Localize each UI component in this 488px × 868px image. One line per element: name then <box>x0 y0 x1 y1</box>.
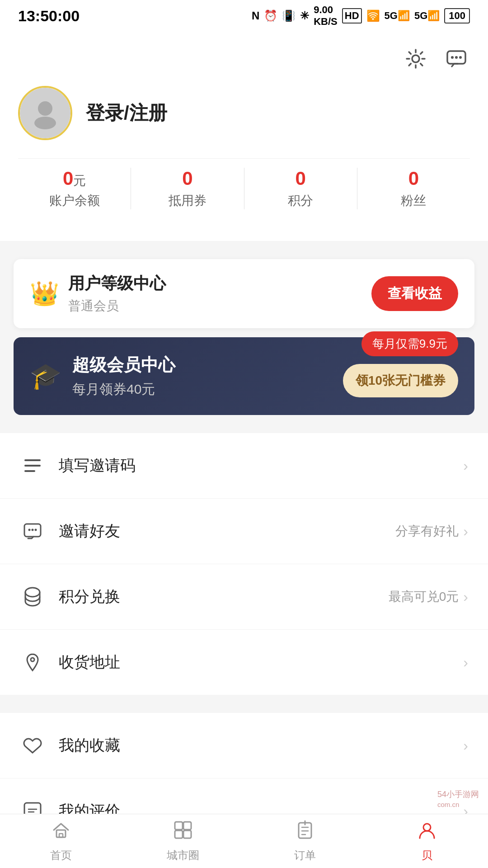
menu-group-1: 填写邀请码 › 邀请好友 分享有好礼 › <box>0 433 488 695</box>
avatar-inner <box>20 88 70 138</box>
super-member-banner[interactable]: 🎓 超级会员中心 每月领券40元 每月仅需9.9元 领10张无门槛券 <box>14 337 474 415</box>
header-actions <box>18 45 470 72</box>
svg-rect-7 <box>24 459 41 461</box>
svg-point-2 <box>451 56 454 59</box>
stat-points-label: 积分 <box>244 192 357 209</box>
svg-rect-9 <box>24 470 35 472</box>
svg-point-13 <box>35 529 37 531</box>
invite-friends-icon <box>20 519 45 544</box>
svg-point-0 <box>412 55 419 62</box>
alarm-icon: ⏰ <box>264 9 277 22</box>
graduation-icon: 🎓 <box>30 361 61 391</box>
address-right: › <box>463 654 468 671</box>
svg-rect-23 <box>183 822 191 830</box>
signal-5g-2: 5G📶 <box>414 10 440 22</box>
svg-point-6 <box>34 117 56 129</box>
banner-actions: 每月仅需9.9元 领10张无门槛券 <box>343 355 458 397</box>
svg-rect-21 <box>59 834 63 837</box>
nav-profile-label: 贝 <box>422 848 432 863</box>
avatar[interactable] <box>18 86 72 140</box>
vibrate-icon: 📳 <box>282 9 296 22</box>
points-exchange-label: 积分兑换 <box>59 586 389 607</box>
level-title: 用户等级中心 <box>68 273 371 295</box>
chevron-icon-3: › <box>463 589 468 605</box>
stat-balance[interactable]: 0元 账户余额 <box>18 168 131 209</box>
bottom-nav: 首页 城市圈 订单 贝 <box>0 814 488 868</box>
menu-item-points-exchange[interactable]: 积分兑换 最高可兑0元 › <box>0 564 488 630</box>
price-badge: 每月仅需9.9元 <box>361 331 458 356</box>
stat-balance-value: 0元 <box>18 168 131 189</box>
level-subtitle: 普通会员 <box>68 297 371 315</box>
header: 登录/注册 0元 账户余额 0 抵用券 0 积分 0 粉丝 <box>0 32 488 241</box>
bluetooth-icon: ✳ <box>300 9 309 22</box>
svg-point-27 <box>423 824 431 831</box>
stat-fans[interactable]: 0 粉丝 <box>357 168 470 209</box>
settings-button[interactable] <box>402 45 429 72</box>
nav-city-label: 城市圈 <box>167 848 199 863</box>
svg-point-14 <box>25 588 40 597</box>
chevron-icon-2: › <box>463 523 468 540</box>
nav-home-label: 首页 <box>50 848 72 863</box>
stat-points-value: 0 <box>244 168 357 189</box>
battery-icon: 100 <box>444 8 470 24</box>
nav-orders[interactable]: 订单 <box>244 820 366 863</box>
menu-item-invite-code[interactable]: 填写邀请码 › <box>0 433 488 499</box>
svg-rect-24 <box>175 830 183 838</box>
view-earnings-button[interactable]: 查看收益 <box>371 276 458 311</box>
level-card[interactable]: 👑 用户等级中心 普通会员 查看收益 <box>14 259 474 328</box>
favorites-icon <box>20 733 45 758</box>
points-exchange-right: 最高可兑0元 › <box>389 588 468 605</box>
svg-point-4 <box>459 56 462 59</box>
watermark: 54小手游网com.cn <box>437 789 479 809</box>
wifi-icon: 🛜 <box>366 9 380 22</box>
stat-coupon-value: 0 <box>131 168 244 189</box>
level-info: 用户等级中心 普通会员 <box>68 273 371 315</box>
stat-coupon[interactable]: 0 抵用券 <box>131 168 244 209</box>
stat-coupon-label: 抵用券 <box>131 192 244 209</box>
status-icons: N ⏰ 📳 ✳ 9.00KB/S HD 🛜 5G📶 5G📶 100 <box>252 4 470 28</box>
address-icon <box>20 650 45 675</box>
signal-5g-1: 5G📶 <box>385 10 410 22</box>
divider-3 <box>0 704 488 713</box>
status-time: 13:50:00 <box>18 7 80 25</box>
orders-icon <box>295 820 315 844</box>
stat-fans-label: 粉丝 <box>357 192 470 209</box>
svg-point-15 <box>31 658 34 661</box>
nav-profile[interactable]: 贝 <box>366 820 488 863</box>
invite-code-label: 填写邀请码 <box>59 455 463 476</box>
stat-points[interactable]: 0 积分 <box>244 168 357 209</box>
points-exchange-icon <box>20 584 45 609</box>
divider-1 <box>0 241 488 250</box>
menu-item-favorites[interactable]: 我的收藏 › <box>0 713 488 778</box>
invite-code-icon <box>20 453 45 478</box>
invite-friends-label: 邀请好友 <box>59 521 395 542</box>
nav-city-circle[interactable]: 城市圈 <box>122 820 244 863</box>
nav-home[interactable]: 首页 <box>0 820 122 863</box>
svg-point-12 <box>32 529 34 531</box>
svg-rect-25 <box>183 830 191 838</box>
chevron-icon-5: › <box>463 737 468 754</box>
invite-friends-right: 分享有好礼 › <box>395 523 468 540</box>
chevron-icon: › <box>463 458 468 474</box>
address-label: 收货地址 <box>59 652 463 673</box>
stat-balance-label: 账户余额 <box>18 192 131 209</box>
login-register-text[interactable]: 登录/注册 <box>86 100 167 126</box>
home-icon <box>51 820 71 844</box>
stat-fans-value: 0 <box>357 168 470 189</box>
svg-rect-22 <box>175 822 183 830</box>
city-circle-icon <box>173 820 193 844</box>
user-profile[interactable]: 登录/注册 <box>18 86 470 158</box>
nfc-icon: N <box>252 9 259 22</box>
svg-point-3 <box>455 56 458 59</box>
profile-icon <box>417 820 437 844</box>
banner-info: 超级会员中心 每月领券40元 <box>72 354 343 399</box>
message-button[interactable] <box>443 45 470 72</box>
menu-item-address[interactable]: 收货地址 › <box>0 630 488 695</box>
get-coupon-button[interactable]: 领10张无门槛券 <box>343 364 458 397</box>
menu-item-invite-friends[interactable]: 邀请好友 分享有好礼 › <box>0 499 488 564</box>
favorites-label: 我的收藏 <box>59 735 463 756</box>
invite-code-right: › <box>463 458 468 474</box>
hd-icon: HD <box>342 8 362 24</box>
favorites-right: › <box>463 737 468 754</box>
divider-2 <box>0 424 488 433</box>
